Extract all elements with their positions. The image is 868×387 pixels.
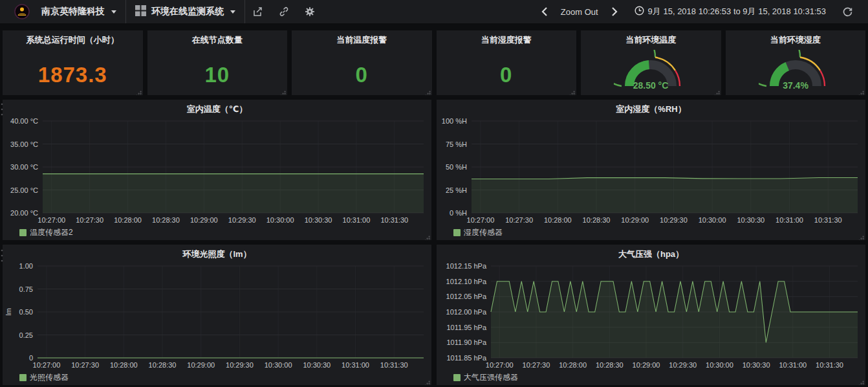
svg-text:10:31:30: 10:31:30 <box>814 216 842 224</box>
svg-text:10:31:30: 10:31:30 <box>380 361 408 369</box>
chart-area: 1.000.750.500.25010:27:0010:27:3010:28:0… <box>4 260 429 371</box>
svg-text:10:31:00: 10:31:00 <box>779 361 807 369</box>
resize-handle[interactable] <box>569 87 575 94</box>
stat-value: 1873.3 <box>3 63 143 87</box>
chevron-right-icon <box>611 7 618 16</box>
legend-item[interactable]: 光照传感器 <box>19 372 69 383</box>
svg-text:10:30:30: 10:30:30 <box>737 216 765 224</box>
svg-text:30.00 °C: 30.00 °C <box>10 163 38 171</box>
time-forward-button[interactable] <box>603 7 625 16</box>
svg-text:10:28:30: 10:28:30 <box>596 361 624 369</box>
panel-title[interactable]: 当前环境湿度 <box>726 30 866 46</box>
svg-text:0.25: 0.25 <box>19 331 33 339</box>
legend-label: 光照传感器 <box>30 372 69 383</box>
svg-text:50 %H: 50 %H <box>446 163 467 171</box>
org-menu[interactable]: 南京英特隆科技 <box>5 0 126 23</box>
svg-text:10:28:00: 10:28:00 <box>114 216 142 224</box>
svg-text:10:31:30: 10:31:30 <box>816 361 843 369</box>
svg-text:10:30:00: 10:30:00 <box>699 216 726 224</box>
svg-text:10:27:30: 10:27:30 <box>71 361 99 369</box>
grafana-logo-icon[interactable] <box>14 4 36 19</box>
chart-plot[interactable]: 100 %H75 %H50 %H25 %H0 %H10:27:0010:27:3… <box>438 115 863 226</box>
resize-handle[interactable] <box>279 87 286 94</box>
zoom-out-button[interactable]: Zoom Out <box>558 7 601 17</box>
svg-text:1012.10 hPa: 1012.10 hPa <box>446 278 487 285</box>
panel-title[interactable]: 室内温度（℃） <box>3 100 431 115</box>
svg-text:1011.85 hPa: 1011.85 hPa <box>446 354 486 362</box>
panel-title[interactable]: 当前环境温度 <box>581 30 721 46</box>
graph-panel-2: 环境光照度（lm）1.000.750.500.25010:27:0010:27:… <box>3 245 431 385</box>
resize-handle[interactable] <box>713 87 720 94</box>
stat-value: 0 <box>437 63 577 87</box>
panel-drag-handle[interactable] <box>0 101 4 123</box>
chart-plot[interactable]: 1.000.750.500.25010:27:0010:27:3010:28:0… <box>4 260 429 371</box>
panel-title[interactable]: 当前温度报警 <box>292 30 432 46</box>
legend: 大气压强传感器 <box>453 372 518 383</box>
svg-text:10:29:00: 10:29:00 <box>621 216 649 224</box>
svg-text:10:28:00: 10:28:00 <box>559 361 587 369</box>
dashboard-picker[interactable]: 环境在线监测系统 <box>126 0 245 23</box>
svg-text:10:30:00: 10:30:00 <box>266 216 294 224</box>
chart-plot[interactable]: 1012.15 hPa1012.10 hPa1012.05 hPa1012.00… <box>438 260 863 371</box>
svg-text:10:30:30: 10:30:30 <box>303 361 331 369</box>
svg-text:20.00 °C: 20.00 °C <box>10 209 38 217</box>
svg-text:10:31:00: 10:31:00 <box>776 216 803 224</box>
panel-drag-handle[interactable] <box>0 247 4 269</box>
stats-row: 系统总运行时间（小时）1873.3在线节点数量10当前温度报警0当前湿度报警0当… <box>3 30 865 95</box>
svg-text:40.00 °C: 40.00 °C <box>10 117 38 125</box>
org-label: 南京英特隆科技 <box>41 6 105 17</box>
panel-title[interactable]: 在线节点数量 <box>147 30 288 46</box>
svg-text:10:28:00: 10:28:00 <box>110 361 138 369</box>
navbar: 南京英特隆科技 环境在线监测系统 <box>0 0 868 23</box>
resize-handle[interactable] <box>858 87 864 94</box>
panel-title[interactable]: 环境光照度（lm） <box>3 245 431 260</box>
svg-text:1012.05 hPa: 1012.05 hPa <box>446 293 487 300</box>
legend-color-dash <box>19 374 27 381</box>
time-back-button[interactable] <box>534 7 556 16</box>
legend-item[interactable]: 温度传感器2 <box>19 227 73 238</box>
svg-text:10:29:00: 10:29:00 <box>190 216 218 224</box>
legend-item[interactable]: 湿度传感器 <box>453 227 503 238</box>
stat-panel-5: 当前环境湿度37.4% <box>726 30 866 95</box>
svg-text:10:29:30: 10:29:30 <box>226 361 254 369</box>
gauge: 28.50 °C <box>614 50 688 91</box>
gauge: 37.4% <box>759 50 832 91</box>
dashboard-title: 环境在线监测系统 <box>151 6 224 17</box>
time-range-picker[interactable]: 9月 15, 2018 10:26:53 to 9月 15, 2018 10:3… <box>628 6 832 17</box>
svg-text:10:27:00: 10:27:00 <box>33 361 61 369</box>
svg-text:10:29:30: 10:29:30 <box>228 216 256 224</box>
resize-handle[interactable] <box>135 87 142 94</box>
refresh-button[interactable] <box>835 7 860 17</box>
svg-text:1012.00 hPa: 1012.00 hPa <box>446 308 487 316</box>
panel-title[interactable]: 系统总运行时间（小时） <box>3 30 143 46</box>
gear-icon <box>305 6 315 17</box>
resize-handle[interactable] <box>424 377 430 384</box>
svg-text:10:27:00: 10:27:00 <box>467 216 495 224</box>
svg-text:0.50: 0.50 <box>19 308 33 316</box>
svg-text:10:28:30: 10:28:30 <box>583 216 611 224</box>
settings-button[interactable] <box>297 0 323 23</box>
svg-text:10:28:30: 10:28:30 <box>149 361 177 369</box>
panel-title[interactable]: 大气压强（hpa） <box>437 245 865 260</box>
svg-text:1011.95 hPa: 1011.95 hPa <box>446 324 486 331</box>
graph-panel-3: 大气压强（hpa）1012.15 hPa1012.10 hPa1012.05 h… <box>437 245 865 385</box>
stat-panel-3: 当前湿度报警0 <box>437 30 577 95</box>
link-button[interactable] <box>271 0 297 23</box>
panel-title[interactable]: 室内湿度（%RH） <box>437 100 865 115</box>
clock-icon <box>635 6 644 17</box>
svg-text:100 %H: 100 %H <box>442 117 467 125</box>
svg-text:1011.90 hPa: 1011.90 hPa <box>446 338 486 346</box>
caret-down-icon <box>111 10 116 14</box>
resize-handle[interactable] <box>424 87 431 94</box>
resize-handle[interactable] <box>424 232 430 239</box>
refresh-icon <box>843 7 852 17</box>
legend-item[interactable]: 大气压强传感器 <box>453 372 518 383</box>
panel-title[interactable]: 当前湿度报警 <box>437 30 577 46</box>
resize-handle[interactable] <box>858 232 864 239</box>
resize-handle[interactable] <box>858 377 864 384</box>
legend-label: 大气压强传感器 <box>464 372 518 383</box>
stat-value: 0 <box>292 63 432 87</box>
share-button[interactable] <box>245 0 271 23</box>
svg-text:1012.15 hPa: 1012.15 hPa <box>446 262 487 270</box>
chart-plot[interactable]: 40.00 °C35.00 °C30.00 °C25.00 °C20.00 °C… <box>4 115 429 226</box>
